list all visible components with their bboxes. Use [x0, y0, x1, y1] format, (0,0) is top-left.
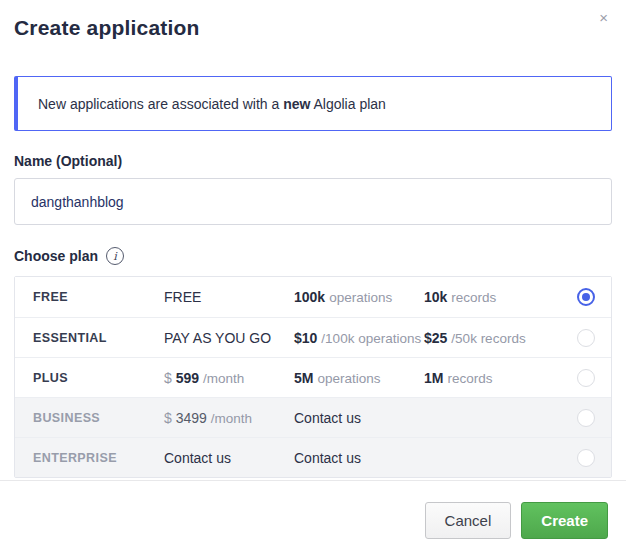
plan-name: ESSENTIAL — [33, 331, 164, 345]
plan-operations: 100koperations — [294, 289, 424, 305]
plan-radio[interactable] — [577, 369, 595, 387]
plan-radio[interactable] — [577, 449, 595, 467]
plan-records: 10krecords — [424, 289, 577, 305]
choose-plan-label: Choose plan — [14, 248, 98, 264]
plan-operations: $10/100k operations — [294, 330, 424, 346]
name-field-label: Name (Optional) — [14, 153, 612, 169]
plan-contact: Contact us — [294, 410, 424, 426]
plan-operations: 5Moperations — [294, 370, 424, 386]
plan-name: BUSINESS — [33, 411, 164, 425]
plan-row-free[interactable]: FREE FREE 100koperations 10krecords — [15, 277, 611, 317]
plan-row-business[interactable]: BUSINESS $ 3499/month Contact us — [15, 397, 611, 437]
plan-radio[interactable] — [577, 288, 595, 306]
create-application-modal: Create application × New applications ar… — [0, 0, 626, 550]
name-input[interactable] — [14, 178, 612, 225]
plan-name: ENTERPRISE — [33, 451, 164, 465]
cancel-button[interactable]: Cancel — [425, 502, 512, 539]
plan-contact: Contact us — [294, 450, 424, 466]
plan-price: Contact us — [164, 450, 294, 466]
footer-divider — [0, 480, 626, 481]
plan-price: $ 3499/month — [164, 410, 294, 426]
plan-name: FREE — [33, 290, 164, 304]
create-button[interactable]: Create — [521, 502, 608, 539]
notice-text: New applications are associated with a n… — [38, 96, 386, 112]
plan-records: $25/50k records — [424, 330, 577, 346]
plan-price: FREE — [164, 289, 294, 305]
plan-radio[interactable] — [577, 409, 595, 427]
close-icon[interactable]: × — [599, 10, 608, 25]
info-icon[interactable]: i — [106, 247, 124, 265]
modal-title: Create application — [14, 14, 612, 40]
notice-banner: New applications are associated with a n… — [14, 76, 612, 131]
footer: Cancel Create — [425, 502, 608, 539]
plan-row-enterprise[interactable]: ENTERPRISE Contact us Contact us — [15, 437, 611, 477]
plan-row-essential[interactable]: ESSENTIAL PAY AS YOU GO $10/100k operati… — [15, 317, 611, 357]
plan-radio[interactable] — [577, 329, 595, 347]
plan-name: PLUS — [33, 371, 164, 385]
plan-price: PAY AS YOU GO — [164, 330, 294, 346]
choose-plan-header: Choose plan i — [14, 247, 612, 265]
plan-row-plus[interactable]: PLUS $ 599/month 5Moperations 1Mrecords — [15, 357, 611, 397]
plan-table: FREE FREE 100koperations 10krecords ESSE… — [14, 276, 612, 478]
plan-records: 1Mrecords — [424, 370, 577, 386]
plan-price: $ 599/month — [164, 370, 294, 386]
